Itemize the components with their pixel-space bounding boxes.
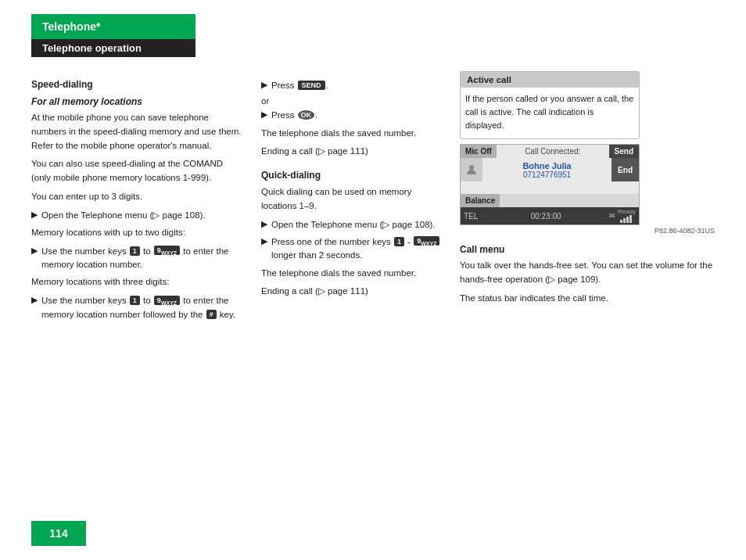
call-connected-label: Call Connected: [497,145,609,158]
left-column: Speed-dialing For all memory locations A… [31,71,242,325]
call-menu-para2: The status bar indicates the call time. [460,292,715,306]
phone-row-2: Bohne Julia 07124776951 End [461,158,639,181]
bullet-press-num-keys: ▶ Press one of the number keys 1 - 9WXYZ… [261,235,441,263]
signal-icon [620,215,636,223]
bullet-text: Use the number keys 1 to 9WXYZ to enter … [41,245,242,272]
key-1-badge3: 1 [394,237,404,246]
bullet-text: Press SEND. [271,79,328,92]
arrow-icon: ▶ [261,219,267,229]
page-subtitle: Telephone operation [31,39,195,57]
arrow-icon: ▶ [261,80,267,90]
bullet-press-send: ▶ Press SEND. [261,79,441,92]
contact-info: Bohne Julia 07124776951 [482,158,612,181]
right-column: Active call If the person called or you … [460,71,715,325]
phone-caption: P82.86-4082-31US [460,227,715,235]
para1: At the mobile phone you can save telepho… [31,111,242,153]
bullet-text: Use the number keys 1 to 9WXYZ to enter … [41,294,242,321]
para3: You can enter up to 3 digits. [31,190,242,204]
active-call-box: Active call If the person called or you … [460,71,640,139]
phone-row-4: Balance [461,194,639,207]
send-button-ui[interactable]: Send [609,145,639,158]
bullet-use-num-keys-3: ▶ Use the number keys 1 to 9WXYZ to ente… [31,294,242,321]
mic-off-label: Mic Off [461,145,497,158]
contact-icon [461,158,482,181]
ending-call-1: Ending a call (▷ page 111) [261,145,441,159]
contact-number: 07124776951 [523,171,571,179]
bullet-open-tel-menu: ▶ Open the Telephone menu (▷ page 108). [31,209,242,222]
bullet-press-ok: ▶ Press OK. [261,109,441,122]
envelope-icon: ✉ [609,212,615,220]
call-menu-para1: You talk over the hands-free set. You ca… [460,259,715,287]
ok-key-badge: OK [298,110,315,120]
page-title: Telephone* [31,14,195,39]
bullet-text: Open the Telephone menu (▷ page 108). [271,218,436,232]
bullet-use-num-keys-2: ▶ Use the number keys 1 to 9WXYZ to ente… [31,245,242,272]
phone-row-3 [461,181,639,194]
arrow-icon: ▶ [31,295,38,305]
mid-column: ▶ Press SEND. or ▶ Press OK. The telepho… [261,71,441,325]
arrow-icon: ▶ [261,109,267,120]
ready-label: Ready [618,209,636,223]
or-text: or [261,96,441,106]
phone-row-1: Mic Off Call Connected: Send [461,145,639,158]
bullet-text: Open the Telephone menu (▷ page 108). [41,209,206,222]
telephone-dials-1: The telephone dials the saved number. [261,127,441,141]
key-1-badge2: 1 [130,296,140,305]
mem3digits-heading: Memory locations with three digits: [31,275,242,289]
send-key-badge: SEND [298,81,325,90]
tel-label: TEL [464,212,478,221]
key-1-badge: 1 [130,246,140,256]
end-button-ui[interactable]: End [612,158,639,181]
quick-dialing-heading: Quick-dialing [261,170,441,181]
mem2digits-heading: Memory locations with up to two digits: [31,226,242,240]
bullet-text: Press one of the number keys 1 - 9WXYZ l… [271,235,441,263]
phone-ui-mockup: Mic Off Call Connected: Send Bohne Julia… [460,144,640,225]
contact-name: Bohne Julia [522,161,571,171]
call-menu-heading: Call menu [460,244,715,255]
key-9-badge3: 9WXYZ [414,236,439,246]
arrow-icon: ▶ [31,210,38,220]
phone-status-bar: TEL 00:23:00 ✉ Ready [461,207,639,224]
arrow-icon: ▶ [31,246,38,256]
key-9-badge2: 9WXYZ [154,296,180,305]
para2: You can also use speed-dialing at the CO… [31,157,242,185]
key-9-badge: 9WXYZ [154,246,180,255]
active-call-description: If the person called or you answer a cal… [461,88,639,138]
arrow-icon: ▶ [261,236,267,246]
page-number: 114 [31,521,86,546]
for-all-memory-heading: For all memory locations [31,96,242,107]
balance-label: Balance [461,194,500,207]
svg-point-0 [469,165,474,170]
call-time: 00:23:00 [482,212,609,221]
bullet-open-tel-menu2: ▶ Open the Telephone menu (▷ page 108). [261,218,441,232]
active-call-header: Active call [461,72,639,88]
quick-dialing-para: Quick dialing can be used on memory loca… [261,185,441,214]
bullet-text: Press OK. [271,109,317,122]
speed-dialing-heading: Speed-dialing [31,79,242,90]
telephone-dials-2: The telephone dials the saved number. [261,267,441,281]
hash-key-badge: # [206,310,217,319]
status-icons: ✉ Ready [609,209,636,223]
ending-call-2: Ending a call (▷ page 111) [261,285,441,299]
